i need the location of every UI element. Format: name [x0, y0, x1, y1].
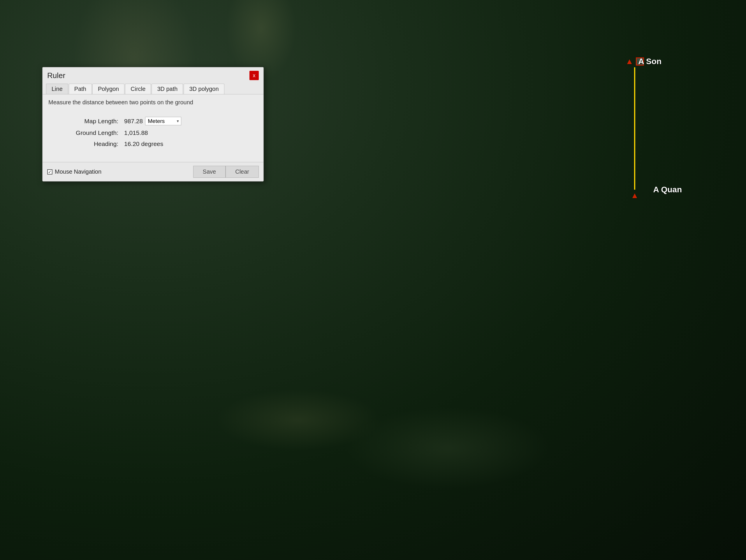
- ground-length-label: Ground Length:: [54, 129, 118, 136]
- yellow-line: [634, 67, 635, 190]
- heading-row: Heading: 16.20 degrees: [54, 141, 252, 147]
- unit-select-wrapper[interactable]: Meters Kilometers Miles Feet: [145, 117, 181, 125]
- dialog-body: Measure the distance between two points …: [42, 94, 263, 162]
- heading-value: 16.20 degrees: [124, 141, 163, 147]
- tab-3d-polygon[interactable]: 3D polygon: [183, 84, 224, 94]
- dialog-footer: ✓ Mouse Navigation Save Clear: [42, 162, 263, 181]
- map-length-label: Map Length:: [54, 118, 118, 125]
- marker-bottom-icon: ▲: [631, 191, 639, 200]
- tab-3d-path[interactable]: 3D path: [151, 84, 183, 94]
- marker-top-icon: ▲: [625, 57, 633, 66]
- unit-select[interactable]: Meters Kilometers Miles Feet: [145, 117, 181, 125]
- tab-path[interactable]: Path: [69, 84, 92, 94]
- map-length-value-group: 987.28 Meters Kilometers Miles Feet: [124, 117, 181, 125]
- measurements-section: Map Length: 987.28 Meters Kilometers Mil…: [48, 114, 258, 157]
- mouse-nav-group[interactable]: ✓ Mouse Navigation: [47, 169, 102, 175]
- close-button[interactable]: x: [250, 71, 259, 80]
- description-text: Measure the distance between two points …: [48, 99, 258, 106]
- mouse-nav-text: Mouse Navigation: [55, 169, 102, 175]
- ground-length-value: 1,015.88: [124, 129, 148, 136]
- dialog-titlebar: Ruler x: [42, 67, 263, 83]
- footer-buttons: Save Clear: [193, 166, 259, 178]
- mouse-nav-checkbox[interactable]: ✓: [47, 169, 53, 175]
- tab-polygon[interactable]: Polygon: [92, 84, 124, 94]
- ruler-dialog: Ruler x Line Path Polygon Circle 3D path…: [42, 67, 264, 181]
- ground-length-row: Ground Length: 1,015.88: [54, 129, 252, 136]
- tab-circle[interactable]: Circle: [125, 84, 151, 94]
- heading-label: Heading:: [54, 141, 118, 147]
- map-length-value: 987.28: [124, 118, 143, 125]
- save-button[interactable]: Save: [193, 166, 226, 178]
- clear-button[interactable]: Clear: [226, 166, 259, 178]
- tab-line[interactable]: Line: [46, 84, 68, 94]
- dialog-title: Ruler: [47, 71, 65, 80]
- map-label-son: A Son: [638, 57, 661, 66]
- tabs-row: Line Path Polygon Circle 3D path 3D poly…: [42, 83, 263, 94]
- map-length-row: Map Length: 987.28 Meters Kilometers Mil…: [54, 117, 252, 125]
- measurement-line: ▲ ▲: [625, 57, 644, 200]
- map-label-quan: A Quan: [653, 185, 682, 194]
